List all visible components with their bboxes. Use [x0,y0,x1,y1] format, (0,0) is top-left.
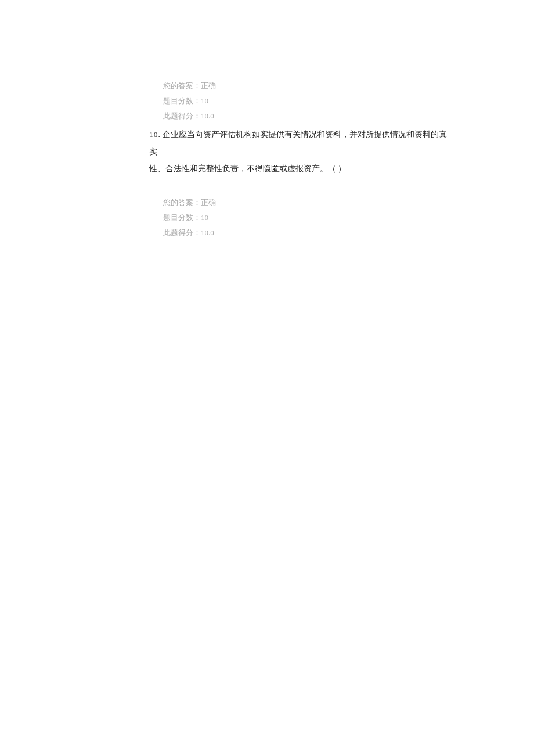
answer-block-1: 您的答案：正确 题目分数：10 此题得分：10.0 [163,78,453,124]
question-text-2: 性、合法性和完整性负责，不得隐匿或虚报资产。（ ） [149,164,346,173]
earned-score-label: 此题得分： [163,111,201,120]
earned-score-line: 此题得分：10.0 [163,109,453,124]
question-line-1: 10. 企业应当向资产评估机构如实提供有关情况和资料，并对所提供情况和资料的真实 [149,126,453,160]
question-score-value: 10 [201,96,208,105]
question-score-label: 题目分数： [163,96,201,105]
earned-score-label: 此题得分： [163,228,201,237]
earned-score-value: 10.0 [201,228,214,237]
document-content: 您的答案：正确 题目分数：10 此题得分：10.0 10. 企业应当向资产评估机… [0,0,534,240]
question-score-label: 题目分数： [163,213,201,222]
your-answer-label: 您的答案： [163,81,201,90]
answer-block-2: 您的答案：正确 题目分数：10 此题得分：10.0 [163,195,453,240]
earned-score-line: 此题得分：10.0 [163,225,453,240]
question-10: 10. 企业应当向资产评估机构如实提供有关情况和资料，并对所提供情况和资料的真实… [149,126,453,178]
your-answer-value: 正确 [201,198,216,207]
question-score-value: 10 [201,213,208,222]
your-answer-label: 您的答案： [163,198,201,207]
your-answer-line: 您的答案：正确 [163,195,453,210]
question-number: 10. [149,130,161,139]
your-answer-value: 正确 [201,81,216,90]
question-score-line: 题目分数：10 [163,93,453,109]
question-text-1: 企业应当向资产评估机构如实提供有关情况和资料，并对所提供情况和资料的真实 [149,130,447,156]
your-answer-line: 您的答案：正确 [163,78,453,93]
question-line-2: 性、合法性和完整性负责，不得隐匿或虚报资产。（ ） [149,160,453,178]
earned-score-value: 10.0 [201,111,214,120]
question-score-line: 题目分数：10 [163,210,453,225]
